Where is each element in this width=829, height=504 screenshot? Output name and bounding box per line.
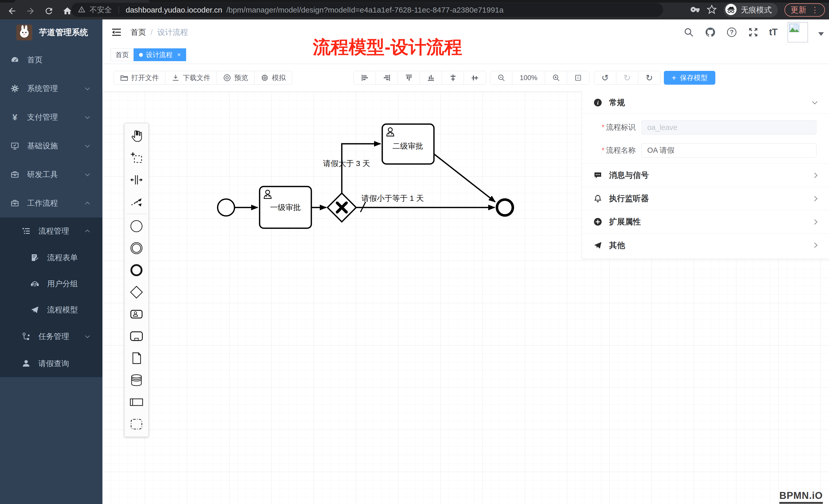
broken-image-icon bbox=[789, 24, 799, 32]
flow-condition-label[interactable]: 请假大于 3 天 bbox=[323, 159, 370, 167]
address-bar[interactable]: 不安全 dashboard.yudao.iocoder.cn/bpm/manag… bbox=[71, 3, 663, 17]
tab-design-process[interactable]: 设计流程 × bbox=[134, 48, 186, 61]
flow-task2-to-end[interactable] bbox=[434, 154, 495, 202]
start-event-node[interactable] bbox=[218, 199, 235, 216]
bookmark-star-icon[interactable] bbox=[707, 4, 717, 15]
panel-section-execution-listener[interactable]: 执行监听器 bbox=[582, 187, 829, 210]
section-title: 常规 bbox=[609, 97, 625, 108]
avatar[interactable] bbox=[788, 22, 808, 42]
sidebar-item-workflow[interactable]: 工作流程 bbox=[0, 189, 102, 218]
avatar-dropdown-caret-icon[interactable] bbox=[818, 32, 824, 36]
sidebar-item-system[interactable]: 系统管理 bbox=[0, 74, 102, 103]
undo-icon: ↺ bbox=[602, 73, 609, 82]
section-title: 执行监听器 bbox=[609, 193, 649, 204]
sidebar-item-label: 研发工具 bbox=[27, 169, 58, 180]
exclusive-gateway-node[interactable] bbox=[327, 193, 356, 222]
sidebar-item-home[interactable]: 首页 bbox=[0, 45, 102, 74]
tab-home[interactable]: 首页 bbox=[111, 48, 134, 61]
open-file-button[interactable]: 打开文件 bbox=[114, 71, 166, 84]
chevron-down-icon bbox=[85, 333, 89, 338]
fullscreen-icon[interactable] bbox=[748, 27, 759, 38]
sidebar-item-infrastructure[interactable]: 基础设施 bbox=[0, 131, 102, 160]
robot-face-icon bbox=[30, 279, 39, 288]
panel-section-message-signal[interactable]: 消息与信号 bbox=[582, 164, 829, 187]
panel-section-general[interactable]: i 常规 bbox=[582, 91, 829, 114]
align-left-button[interactable] bbox=[354, 71, 376, 84]
url-separator bbox=[118, 6, 119, 14]
reload-icon[interactable] bbox=[44, 6, 54, 16]
key-icon[interactable] bbox=[690, 5, 700, 15]
zoom-in-button[interactable] bbox=[545, 71, 567, 84]
github-icon[interactable] bbox=[705, 27, 716, 38]
flow-gateway-to-task2[interactable] bbox=[342, 144, 381, 193]
sidebar-item-label: 工作流程 bbox=[27, 198, 58, 208]
app-logo-row[interactable]: 芋道管理系统 bbox=[0, 20, 102, 45]
zoom-reset-button[interactable] bbox=[567, 71, 589, 84]
simulate-button[interactable]: 模拟 bbox=[254, 71, 292, 84]
search-icon[interactable] bbox=[683, 27, 694, 38]
redo-button[interactable]: ↻ bbox=[616, 71, 638, 84]
browser-active-tab[interactable] bbox=[14, 0, 150, 3]
redo-icon: ↻ bbox=[623, 73, 631, 82]
update-label: 更新 bbox=[791, 5, 806, 15]
sidebar-item-process-form[interactable]: 流程表单 bbox=[0, 244, 102, 271]
bell-icon bbox=[593, 194, 603, 203]
save-model-button[interactable]: + 保存模型 bbox=[664, 71, 715, 85]
breadcrumb-home[interactable]: 首页 bbox=[131, 27, 146, 38]
sidebar-item-process-model[interactable]: 流程模型 bbox=[0, 297, 102, 323]
browser-update-button[interactable]: 更新 ⋮ bbox=[785, 3, 825, 16]
sidebar-item-payment[interactable]: ¥ 支付管理 bbox=[0, 103, 102, 131]
align-center-vertical-button[interactable] bbox=[442, 71, 464, 84]
align-top-button[interactable] bbox=[398, 71, 420, 84]
task-label: 一级审批 bbox=[270, 203, 301, 211]
briefcase-icon bbox=[10, 170, 20, 179]
download-file-button[interactable]: 下载文件 bbox=[166, 71, 217, 84]
svg-text:i: i bbox=[597, 100, 599, 106]
fit-viewport-icon bbox=[574, 74, 582, 82]
sidebar-item-label: 系统管理 bbox=[27, 83, 58, 94]
align-bottom-icon bbox=[427, 74, 435, 82]
breadcrumb: 首页 / 设计流程 bbox=[131, 20, 188, 45]
flow-branch-icon bbox=[22, 332, 31, 341]
bpmn-io-watermark[interactable]: BPMN.iO bbox=[779, 490, 823, 504]
align-center-horizontal-button[interactable] bbox=[464, 71, 486, 84]
process-name-input[interactable] bbox=[641, 143, 817, 158]
forward-icon[interactable] bbox=[26, 6, 35, 16]
end-event-node[interactable] bbox=[497, 200, 513, 216]
panel-section-other[interactable]: 其他 bbox=[582, 234, 829, 257]
panel-section-extended-attributes[interactable]: 扩展属性 bbox=[582, 210, 829, 234]
chevron-up-icon bbox=[85, 202, 89, 206]
preview-button[interactable]: 预览 bbox=[217, 71, 254, 84]
sidebar-item-task-management[interactable]: 任务管理 bbox=[0, 323, 102, 350]
sidebar-collapse-icon[interactable] bbox=[111, 27, 122, 38]
user-task-node-level1[interactable]: 一级审批 bbox=[260, 187, 311, 228]
briefcase-icon bbox=[10, 198, 20, 208]
font-size-icon[interactable]: tT bbox=[769, 27, 777, 38]
undo-button[interactable]: ↺ bbox=[594, 71, 616, 84]
chevron-down-icon bbox=[85, 171, 89, 176]
refresh-icon: ↻ bbox=[646, 73, 653, 82]
plus-circle-icon bbox=[593, 217, 603, 226]
close-tab-icon[interactable]: × bbox=[177, 51, 181, 58]
restart-button[interactable]: ↻ bbox=[638, 71, 660, 84]
help-icon[interactable]: ? bbox=[726, 27, 737, 38]
sidebar-item-user-group[interactable]: 用户分组 bbox=[0, 271, 102, 297]
browser-menu-dots-icon[interactable]: ⋮ bbox=[811, 6, 819, 14]
field-label: *流程名称 bbox=[582, 145, 636, 156]
home-icon[interactable] bbox=[63, 6, 72, 16]
tab-label: 首页 bbox=[115, 50, 129, 60]
align-right-button[interactable] bbox=[376, 71, 398, 84]
sidebar-item-leave-query[interactable]: 请假查询 bbox=[0, 350, 102, 377]
zoom-out-button[interactable] bbox=[490, 71, 512, 84]
sidebar-item-dev-tools[interactable]: 研发工具 bbox=[0, 160, 102, 189]
align-bottom-button[interactable] bbox=[420, 71, 442, 84]
sidebar-item-process-management[interactable]: 流程管理 bbox=[0, 218, 102, 244]
back-icon[interactable] bbox=[7, 6, 17, 16]
flow-condition-label[interactable]: 请假小于等于 1 天 bbox=[361, 194, 424, 202]
process-key-input[interactable] bbox=[641, 120, 817, 134]
security-label[interactable]: 不安全 bbox=[89, 5, 112, 15]
chevron-right-icon bbox=[812, 219, 818, 224]
required-asterisk: * bbox=[602, 123, 605, 131]
tree-list-icon bbox=[22, 226, 31, 236]
user-task-node-level2[interactable]: 二级审批 bbox=[382, 124, 434, 164]
